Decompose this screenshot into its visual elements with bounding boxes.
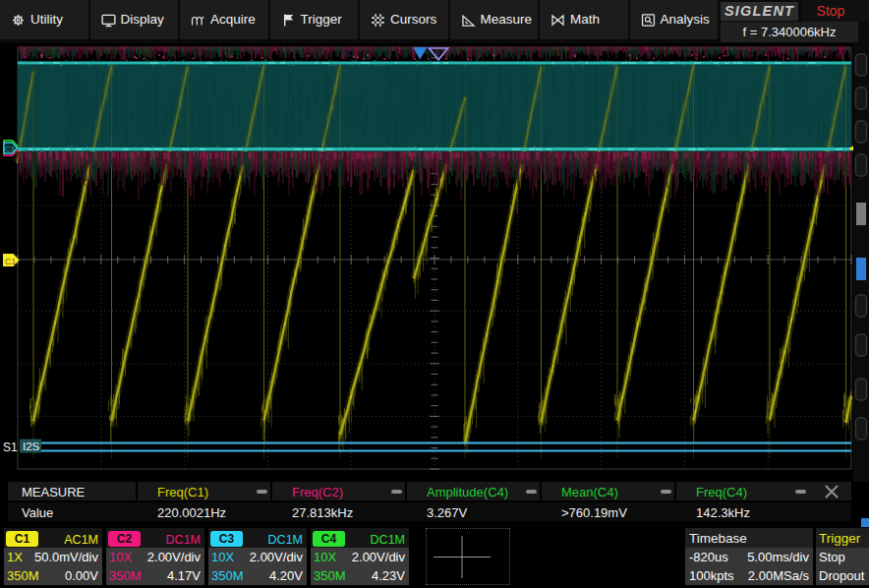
svg-text:C1: C1 [5, 257, 17, 266]
svg-text:S1: S1 [3, 441, 18, 454]
svg-text:C3: C3 [5, 145, 15, 153]
svg-text:I2S: I2S [23, 441, 40, 452]
